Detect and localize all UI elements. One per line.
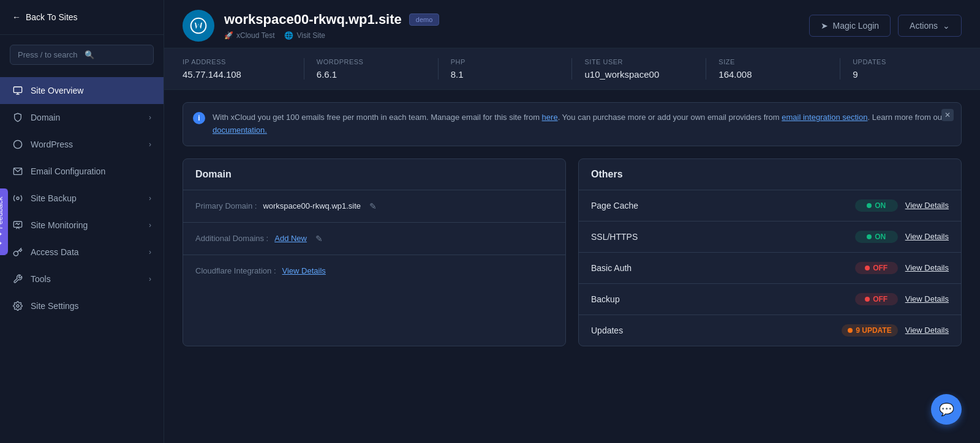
visit-site-link[interactable]: 🌐 Visit Site <box>284 31 325 40</box>
svg-point-7 <box>17 305 19 307</box>
wordpress-icon <box>12 139 23 150</box>
search-placeholder: Press / to search <box>18 50 80 59</box>
actions-button[interactable]: Actions ⌄ <box>898 15 962 37</box>
domain-card: Domain Primary Domain : workspace00-rkwq… <box>183 158 566 346</box>
ssl-view-details[interactable]: View Details <box>905 232 949 241</box>
info-close-button[interactable]: ✕ <box>941 109 954 121</box>
others-card-title: Others <box>579 159 961 190</box>
here-link[interactable]: here <box>542 113 558 122</box>
site-logo <box>183 10 214 42</box>
sidebar-item-site-backup[interactable]: Site Backup › <box>0 185 164 212</box>
stat-ip-value: 45.77.144.108 <box>183 69 292 80</box>
xcloud-test-label: xCloud Test <box>236 31 274 40</box>
stat-user-label: SITE USER <box>584 58 693 65</box>
sidebar-item-site-backup-label: Site Backup <box>31 193 77 203</box>
search-icon: 🔍 <box>85 50 146 59</box>
additional-domains-edit-icon[interactable]: ✎ <box>315 234 323 244</box>
others-row-page-cache: Page Cache ON View Details <box>579 190 961 222</box>
chat-bubble[interactable]: 💬 <box>931 394 962 425</box>
feedback-icon: ✦ <box>0 240 4 247</box>
page-cache-dot <box>867 203 872 208</box>
basic-auth-status-text: OFF <box>873 264 888 272</box>
sidebar-item-site-monitoring-label: Site Monitoring <box>31 220 88 230</box>
documentation-link[interactable]: documentation. <box>213 125 267 135</box>
sidebar-item-access-data[interactable]: Access Data › <box>0 239 164 266</box>
primary-domain-row: Primary Domain : workspace00-rkwq.wp1.si… <box>183 190 565 223</box>
basic-auth-view-details[interactable]: View Details <box>905 263 949 272</box>
cloudflare-view-details-link[interactable]: View Details <box>282 266 326 275</box>
backup-dot <box>865 297 870 302</box>
updates-label: Updates <box>591 326 834 335</box>
header-actions: ➤ Magic Login Actions ⌄ <box>809 15 962 37</box>
sidebar-item-wordpress-label: WordPress <box>31 140 73 149</box>
actions-label: Actions <box>910 21 938 31</box>
stat-php: PHP 8.1 <box>439 58 573 80</box>
stat-updates-value: 9 <box>853 69 962 80</box>
stat-size: SIZE 164.008 <box>706 58 840 80</box>
site-links: 🚀 xCloud Test 🌐 Visit Site <box>224 31 809 40</box>
site-title: workspace00-rkwq.wp1.site <box>224 12 402 28</box>
backup-view-details[interactable]: View Details <box>905 294 949 303</box>
additional-domains-row: Additional Domains : Add New ✎ <box>183 223 565 255</box>
feedback-tab[interactable]: ✦ ✦ Feedback <box>0 188 8 255</box>
chevron-right-icon: › <box>149 194 151 203</box>
site-title-group: workspace00-rkwq.wp1.site demo 🚀 xCloud … <box>224 12 809 40</box>
primary-domain-edit-icon[interactable]: ✎ <box>369 201 377 211</box>
add-new-domain-link[interactable]: Add New <box>274 234 307 243</box>
key-icon <box>12 247 23 258</box>
primary-domain-value: workspace00-rkwq.wp1.site <box>263 201 361 210</box>
sidebar-item-access-data-label: Access Data <box>31 247 79 257</box>
two-column-grid: Domain Primary Domain : workspace00-rkwq… <box>183 158 962 346</box>
page-cache-status: ON <box>855 199 898 212</box>
primary-domain-label: Primary Domain : <box>195 201 257 210</box>
sidebar-item-domain[interactable]: Domain › <box>0 104 164 131</box>
sidebar-item-wordpress[interactable]: WordPress › <box>0 131 164 158</box>
chevron-right-icon: › <box>149 248 151 256</box>
stat-wp-value: 6.6.1 <box>317 69 426 80</box>
backup-status-text: OFF <box>873 295 888 303</box>
sidebar-item-email-config-label: Email Configuration <box>31 166 105 176</box>
info-text: With xCloud you get 100 emails free per … <box>213 111 951 137</box>
stat-php-label: PHP <box>451 58 560 65</box>
demo-badge: demo <box>409 13 440 26</box>
sidebar-item-site-settings[interactable]: Site Settings <box>0 292 164 319</box>
backup-label: Backup <box>591 294 848 304</box>
chevron-right-icon: › <box>149 275 151 283</box>
sidebar-item-domain-label: Domain <box>31 113 60 122</box>
info-icon: i <box>193 112 205 124</box>
sidebar-item-tools[interactable]: Tools › <box>0 266 164 292</box>
chevron-down-icon: ⌄ <box>943 21 950 31</box>
login-icon: ➤ <box>821 21 828 31</box>
magic-login-label: Magic Login <box>833 21 880 31</box>
content-area: i With xCloud you get 100 emails free pe… <box>164 90 980 443</box>
backup-status: OFF <box>855 293 898 305</box>
sidebar-item-tools-label: Tools <box>31 274 51 284</box>
search-bar[interactable]: Press / to search 🔍 <box>10 45 154 65</box>
stat-updates-label: UPDATES <box>853 58 962 65</box>
site-title-row: workspace00-rkwq.wp1.site demo <box>224 12 809 28</box>
visit-site-label: Visit Site <box>296 31 325 40</box>
magic-login-button[interactable]: ➤ Magic Login <box>809 15 891 37</box>
sidebar-item-email-config[interactable]: Email Configuration <box>0 158 164 185</box>
sidebar: ← Back To Sites Press / to search 🔍 Site… <box>0 0 164 443</box>
sidebar-item-site-monitoring[interactable]: Site Monitoring › <box>0 212 164 239</box>
xcloud-test-link[interactable]: 🚀 xCloud Test <box>224 31 274 40</box>
others-row-ssl: SSL/HTTPS ON View Details <box>579 222 961 253</box>
info-banner: i With xCloud you get 100 emails free pe… <box>183 102 962 146</box>
stat-updates: UPDATES 9 <box>840 58 962 80</box>
ssl-status-text: ON <box>875 233 886 241</box>
stats-bar: IP ADDRESS 45.77.144.108 WORDPRESS 6.6.1… <box>164 48 980 90</box>
stat-wordpress: WORDPRESS 6.6.1 <box>304 58 439 80</box>
sidebar-item-site-overview-label: Site Overview <box>31 86 83 95</box>
email-integration-link[interactable]: email integration section <box>782 113 867 122</box>
site-header: workspace00-rkwq.wp1.site demo 🚀 xCloud … <box>164 0 980 48</box>
monitor-icon <box>12 85 23 96</box>
sidebar-item-site-overview[interactable]: Site Overview <box>0 77 164 104</box>
stat-wp-label: WORDPRESS <box>317 58 426 65</box>
updates-dot <box>848 328 853 333</box>
updates-view-details[interactable]: View Details <box>905 326 949 335</box>
others-row-backup: Backup OFF View Details <box>579 284 961 315</box>
chat-icon: 💬 <box>939 402 954 417</box>
back-to-sites-button[interactable]: ← Back To Sites <box>0 0 164 35</box>
page-cache-view-details[interactable]: View Details <box>905 201 949 210</box>
